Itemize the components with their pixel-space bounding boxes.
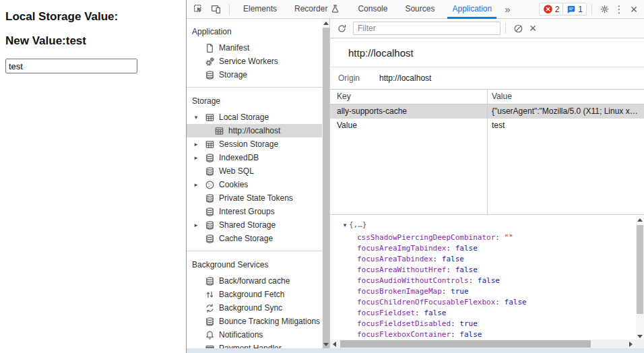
preview-root[interactable]: ▾{,…} (330, 220, 367, 230)
sidebar-item-session-storage[interactable]: ▸Session Storage (187, 137, 322, 151)
close-icon: × (529, 22, 537, 34)
sidebar-item-storage[interactable]: Storage (187, 68, 322, 82)
key-value-table: Key Value ally-supports-cache{"userAgent… (330, 90, 644, 214)
inspect-cursor-icon (193, 4, 203, 14)
property-value: true (451, 287, 469, 296)
scroll-up-arrow[interactable] (322, 19, 330, 27)
tab-sources[interactable]: Sources (396, 0, 443, 19)
database-icon (204, 276, 215, 286)
delete-selected-button[interactable]: × (525, 20, 540, 36)
sidebar-items: ManifestService WorkersStorage (187, 41, 329, 82)
twisty-icon[interactable]: ▸ (192, 181, 200, 188)
clear-all-button[interactable] (511, 20, 525, 36)
preview-vertical-scrollbar[interactable] (636, 216, 644, 340)
preview-entry[interactable]: focusFieldset: false (330, 308, 635, 319)
new-value-heading: New Value:test (5, 34, 86, 48)
web-page: Local Storage Value: New Value:test (0, 0, 186, 353)
property-name: focusFlexboxContainer (357, 330, 451, 339)
sidebar-item-indexeddb[interactable]: ▸IndexedDB (187, 151, 322, 164)
sidebar-section-divider (187, 87, 322, 88)
tab-application[interactable]: Application (443, 0, 501, 19)
sidebar-item-service-workers[interactable]: Service Workers (187, 55, 322, 68)
value-input[interactable] (5, 59, 137, 73)
column-divider[interactable] (487, 90, 488, 214)
section-header-storage: Storage (187, 94, 329, 108)
sidebar-item-local-storage[interactable]: ▾Local Storage (187, 110, 322, 124)
sidebar-item-background-sync[interactable]: Background Sync (187, 301, 322, 315)
expand-arrow-icon[interactable]: ▾ (341, 220, 349, 230)
device-toolbar-icon (211, 4, 221, 14)
devtools-menu-button[interactable]: ⋮ (612, 1, 626, 18)
preview-entry[interactable]: focusFlexboxContainer: false (330, 329, 635, 340)
sidebar-item-label: Service Workers (219, 57, 278, 66)
colon: : (442, 287, 451, 296)
sidebar-item-interest-groups[interactable]: Interest Groups (187, 205, 322, 218)
sidebar-item-payment-handler[interactable]: Payment Handler (187, 342, 322, 348)
database-icon (204, 220, 215, 230)
property-value: false (478, 276, 500, 285)
property-value: false (459, 330, 482, 339)
storage-title: http://localhost (330, 38, 644, 67)
twisty-icon[interactable]: ▸ (192, 141, 200, 148)
storage-main-panel: × http://localhost Origin http://localho… (330, 19, 644, 348)
property-value: false (455, 244, 478, 253)
scrollbar-thumb[interactable] (340, 340, 591, 348)
sidebar-item-manifest[interactable]: Manifest (187, 41, 322, 55)
sidebar-item-http-localhost[interactable]: http://localhost (187, 124, 330, 137)
preview-entry[interactable]: focusAreaImgTabindex: false (330, 243, 635, 254)
sidebar-item-back-forward-cache[interactable]: Back/forward cache (187, 274, 322, 288)
filter-input[interactable] (353, 22, 501, 35)
preview-horizontal-scrollbar[interactable] (330, 340, 635, 348)
column-header-key[interactable]: Key (330, 90, 487, 104)
scroll-down-arrow[interactable] (322, 340, 330, 348)
tab-recorder[interactable]: Recorder (286, 0, 349, 19)
sidebar-item-bounce-tracking-mitigations[interactable]: Bounce Tracking Mitigations (187, 315, 322, 328)
device-toolbar-button[interactable] (207, 1, 224, 18)
property-value: "" (505, 233, 513, 242)
more-tabs-button[interactable]: » (501, 3, 514, 15)
sidebar-item-label: Notifications (219, 330, 263, 340)
gears-icon (204, 57, 215, 67)
scroll-left-arrow[interactable] (330, 340, 339, 348)
twisty-icon[interactable]: ▸ (192, 154, 200, 161)
twisty-icon[interactable]: ▸ (192, 222, 200, 228)
sidebar-item-web-sql[interactable]: Web SQL (187, 164, 322, 178)
preview-entry[interactable]: focusAreaTabindex: false (330, 254, 635, 265)
inspect-element-button[interactable] (189, 1, 207, 18)
close-devtools-button[interactable]: × (626, 1, 641, 18)
preview-entry[interactable]: cssShadowPiercingDeepCombinator: "" (330, 232, 635, 243)
sidebar-section-divider (187, 251, 322, 251)
scroll-right-arrow[interactable] (626, 340, 635, 348)
property-name: focusChildrenOfFocusableFlexbox (357, 298, 495, 307)
preview-entry[interactable]: focusFieldsetDisabled: true (330, 319, 635, 329)
preview-entry[interactable]: focusAudioWithoutControls: false (330, 276, 635, 286)
column-header-value[interactable]: Value (487, 90, 644, 104)
property-name: focusAreaImgTabindex (357, 244, 446, 253)
cell-value: {"userAgent":"Mozilla/5.0 (X11; Linux x… (487, 104, 644, 119)
sidebar-item-cache-storage[interactable]: Cache Storage (187, 232, 322, 245)
sidebar-item-shared-storage[interactable]: ▸Shared Storage (187, 218, 322, 232)
tab-console[interactable]: Console (349, 0, 396, 19)
preview-entry[interactable]: focusChildrenOfFocusableFlexbox: false (330, 297, 635, 308)
sidebar-item-private-state-tokens[interactable]: Private State Tokens (187, 191, 322, 205)
issues-badge[interactable]: 1 (562, 3, 587, 15)
sidebar-item-label: Payment Handler (219, 344, 282, 348)
sidebar-item-background-fetch[interactable]: Background Fetch (187, 288, 322, 301)
twisty-icon[interactable]: ▾ (192, 114, 200, 121)
settings-button[interactable] (597, 1, 612, 18)
sidebar-item-notifications[interactable]: Notifications (187, 328, 322, 342)
gear-icon (600, 4, 610, 14)
sidebar-item-cookies[interactable]: ▸Cookies (187, 178, 322, 191)
refresh-button[interactable] (334, 20, 349, 36)
preview-entry[interactable]: focusAreaWithoutHref: false (330, 265, 635, 276)
sidebar-scrollbar[interactable] (322, 19, 330, 348)
error-badge[interactable]: 2 (539, 3, 564, 15)
tab-elements[interactable]: Elements (234, 0, 286, 19)
preview-entry[interactable]: focusBrokenImageMap: true (330, 286, 635, 297)
scrollbar-thumb[interactable] (637, 225, 643, 314)
database-icon (204, 207, 215, 217)
scroll-up-arrow[interactable] (636, 216, 644, 224)
section-header-background-services: Background Services (187, 258, 329, 271)
sidebar-items: Back/forward cacheBackground FetchBackgr… (187, 274, 329, 348)
scrollbar-thumb[interactable] (323, 28, 329, 348)
